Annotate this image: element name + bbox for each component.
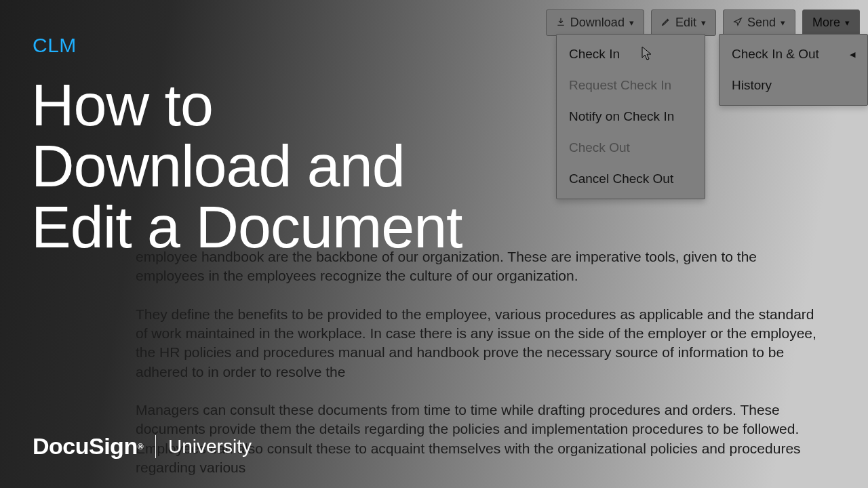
menu-item-label: Check In [569,47,620,62]
chevron-down-icon: ▾ [701,18,706,28]
menu-item-label: Cancel Check Out [569,171,673,186]
edit-dropdown-menu: Check In Request Check In Notify on Chec… [556,34,705,199]
pencil-icon [661,16,671,30]
download-label: Download [570,16,625,30]
submenu-arrow-icon: ◀ [850,50,855,59]
cursor-icon [642,46,654,61]
document-paragraph: They define the benefits to be provided … [136,305,827,382]
more-dropdown-menu: Check In & Out ◀ History [719,34,868,106]
menu-item-check-in-out[interactable]: Check In & Out ◀ [719,39,867,70]
menu-item-label: Check Out [569,140,630,155]
more-button[interactable]: More ▾ [802,9,860,36]
edit-label: Edit [675,16,696,30]
send-label: Send [747,16,776,30]
more-label: More [812,16,840,30]
menu-item-check-in[interactable]: Check In [557,39,705,70]
menu-item-request-check-in: Request Check In [557,70,705,101]
edit-button[interactable]: Edit ▾ [651,9,716,36]
menu-item-history[interactable]: History [719,70,867,101]
menu-item-label: Check In & Out [732,47,819,62]
chevron-down-icon: ▾ [781,18,785,28]
download-button[interactable]: Download ▾ [546,9,644,36]
document-body: employee handbook are the backbone of ou… [136,247,827,488]
document-paragraph: employee handbook are the backbone of ou… [136,247,827,286]
app-background: Download ▾ Edit ▾ Send ▾ More ▾ [0,0,868,488]
send-button[interactable]: Send ▾ [723,9,795,36]
chevron-down-icon: ▾ [845,18,850,28]
menu-item-label: Notify on Check In [569,109,674,124]
document-paragraph: Managers can consult these documents fro… [136,401,827,477]
chevron-down-icon: ▾ [629,18,634,28]
download-icon [556,16,566,30]
send-icon [733,16,743,30]
document-toolbar: Download ▾ Edit ▾ Send ▾ More ▾ [546,9,860,36]
menu-item-notify-on-check-in[interactable]: Notify on Check In [557,101,705,132]
menu-item-cancel-check-out[interactable]: Cancel Check Out [557,163,705,195]
menu-item-label: History [732,78,772,93]
menu-item-check-out: Check Out [557,132,705,163]
menu-item-label: Request Check In [569,78,671,93]
